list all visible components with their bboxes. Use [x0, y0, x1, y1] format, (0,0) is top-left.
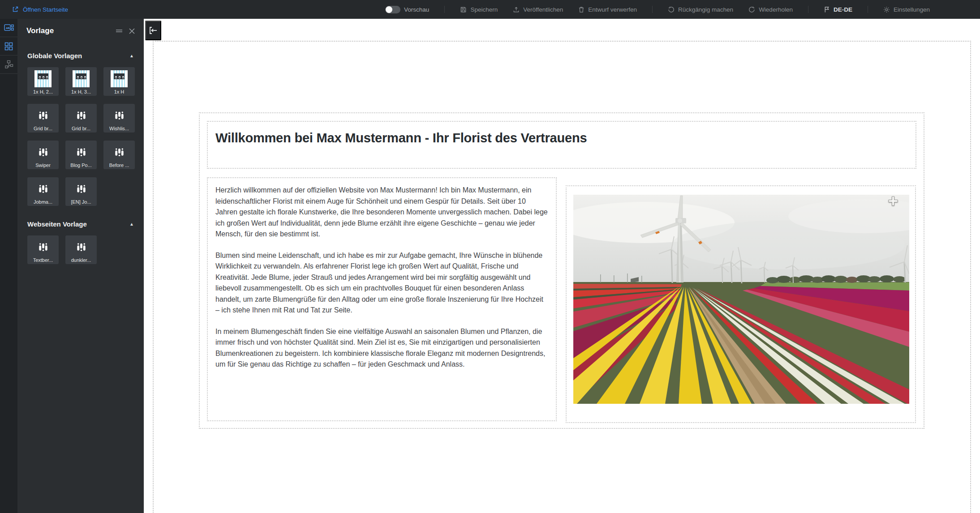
template-layout-thumbnail [111, 70, 128, 87]
tulip-field-image [573, 195, 909, 404]
template-tile-1x-h[interactable]: 1x H [103, 67, 135, 96]
template-tile-label: Wishlis... [109, 126, 129, 131]
drag-handle-icon[interactable] [116, 29, 123, 33]
template-module-icon [76, 110, 87, 121]
strip-item-layout[interactable] [0, 37, 17, 56]
toolbar-divider [868, 6, 868, 13]
chevron-up-icon: ▲ [129, 53, 134, 58]
template-sidebar: Vorlage Globale Vorlagen ▲ 1x H, 2...1x … [17, 19, 144, 513]
close-icon[interactable] [129, 28, 135, 34]
trash-icon [578, 6, 585, 13]
template-module-icon [76, 147, 87, 158]
template-module-icon [114, 144, 125, 161]
template-tile-label: Jobma... [34, 199, 52, 205]
template-module-icon [76, 180, 87, 197]
template-module-icon [76, 144, 87, 161]
section-header-global[interactable]: Globale Vorlagen ▲ [27, 49, 134, 62]
move-cursor-icon [888, 196, 898, 206]
template-tile-label: Textber... [33, 257, 53, 263]
undo-icon [668, 6, 675, 13]
image-block[interactable] [566, 185, 916, 423]
template-tile-en-jo[interactable]: [EN] Jo... [65, 177, 97, 206]
save-icon [460, 6, 467, 13]
open-startpage-label: Öffnen Startseite [23, 6, 68, 13]
template-tile-grid-br[interactable]: Grid br... [65, 104, 97, 133]
preview-label: Vorschau [404, 6, 429, 13]
blocks-icon [4, 24, 14, 32]
template-module-icon [38, 107, 49, 124]
template-tile-label: dunkler... [71, 257, 91, 263]
template-tile-1x-h-2[interactable]: 1x H, 2... [27, 67, 59, 96]
heading-block[interactable]: Willkommen bei Max Mustermann - Ihr Flor… [207, 121, 916, 169]
redo-button[interactable]: Wiederholen [748, 6, 793, 13]
template-module-icon [76, 184, 87, 195]
page-heading: Willkommen bei Max Mustermann - Ihr Flor… [215, 131, 916, 145]
template-module-icon [38, 239, 49, 256]
template-tile-jobma[interactable]: Jobma... [27, 177, 59, 206]
template-module-icon [38, 110, 49, 121]
grid-icon [4, 42, 13, 51]
upload-icon [513, 6, 520, 13]
template-module-icon [114, 107, 125, 124]
strip-item-blocks[interactable] [0, 19, 17, 37]
template-tile-label: 1x H, 2... [33, 89, 53, 94]
section-header-webpage[interactable]: Webseiten Vorlage ▲ [27, 218, 134, 230]
publish-button[interactable]: Veröffentlichen [513, 6, 563, 13]
template-tile-wishlis[interactable]: Wishlis... [103, 104, 135, 133]
paragraph: Herzlich willkommen auf der offiziellen … [215, 185, 548, 240]
collapse-left-icon [148, 26, 158, 35]
template-module-icon [114, 110, 125, 121]
global-template-grid: 1x H, 2...1x H, 3...1x H Grid br... Grid… [27, 67, 134, 206]
template-tile-before[interactable]: Before ... [103, 141, 135, 169]
template-tile-label: Grid br... [72, 126, 90, 131]
paragraph: Blumen sind meine Leidenschaft, und ich … [215, 250, 548, 316]
template-tile-1x-h-3[interactable]: 1x H, 3... [65, 67, 97, 96]
toolbar-divider [652, 6, 653, 13]
template-tile-label: 1x H [114, 89, 125, 94]
language-switcher[interactable]: DE-DE [824, 6, 852, 13]
preview-toggle[interactable] [385, 6, 400, 13]
redo-icon [748, 6, 755, 13]
template-tile-blog-po[interactable]: Blog Po... [65, 141, 97, 169]
undo-button[interactable]: Rückgängig machen [668, 6, 733, 13]
open-startpage-link[interactable]: Öffnen Startseite [12, 6, 68, 13]
collapse-sidebar-button[interactable] [145, 21, 161, 40]
template-tile-label: Grid br... [34, 126, 52, 131]
template-tile-label: Swiper [35, 162, 51, 168]
top-toolbar: Öffnen Startseite Vorschau Speichern Ver… [0, 0, 980, 19]
template-module-icon [38, 180, 49, 197]
template-layout-thumbnail [34, 70, 52, 87]
preview-toggle-group: Vorschau [385, 6, 429, 13]
template-module-icon [38, 147, 49, 158]
template-module-icon [76, 107, 87, 124]
text-block[interactable]: Herzlich willkommen auf der offiziellen … [207, 177, 557, 421]
template-tile-swiper[interactable]: Swiper [27, 141, 59, 169]
template-tile-label: Before ... [109, 162, 129, 168]
save-button[interactable]: Speichern [460, 6, 498, 13]
template-module-icon [114, 147, 125, 158]
template-module-icon [38, 144, 49, 161]
template-module-icon [76, 242, 87, 253]
template-tile-label: Blog Po... [70, 162, 92, 168]
gear-icon [883, 6, 890, 13]
template-layout-thumbnail [73, 70, 90, 87]
paragraph: In meinem Blumengeschäft finden Sie eine… [215, 326, 548, 370]
settings-button[interactable]: Einstellungen [883, 6, 930, 13]
webpage-template-grid: Textber... dunkler... [27, 235, 134, 264]
sidebar-body: Globale Vorlagen ▲ 1x H, 2...1x H, 3...1… [17, 49, 144, 264]
template-module-icon [38, 242, 49, 253]
template-tile-dunkler[interactable]: dunkler... [65, 235, 97, 264]
toolbar-divider [444, 6, 445, 13]
toolbar-divider [808, 6, 808, 13]
sidebar-header: Vorlage [17, 19, 144, 43]
sitemap-icon [4, 60, 13, 69]
template-tile-grid-br[interactable]: Grid br... [27, 104, 59, 133]
template-tile-textber[interactable]: Textber... [27, 235, 59, 264]
sidebar-title: Vorlage [26, 26, 116, 35]
template-module-icon [76, 239, 87, 256]
strip-item-navigator[interactable] [0, 56, 17, 74]
template-tile-label: [EN] Jo... [71, 199, 91, 205]
discard-draft-button[interactable]: Entwurf verwerfen [578, 6, 637, 13]
page-editor-canvas[interactable]: Willkommen bei Max Mustermann - Ihr Flor… [144, 19, 980, 513]
flag-icon [824, 6, 830, 13]
